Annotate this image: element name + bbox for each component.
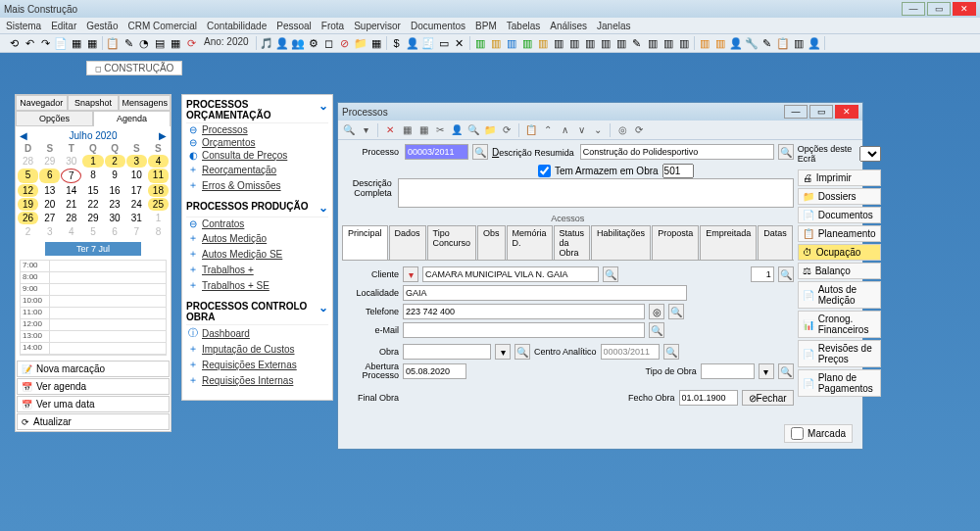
dtab-2[interactable]: Tipo Concurso [427, 225, 477, 260]
side-opt[interactable]: 📄Documentos [798, 207, 881, 223]
folder-icon[interactable]: 📁 [483, 123, 497, 137]
win-min-button[interactable]: — [784, 105, 808, 119]
cut-icon[interactable]: ✂ [433, 123, 447, 137]
proc-search-button[interactable]: 🔍 [472, 144, 488, 160]
breadcrumb[interactable]: ◻ CONSTRUÇÃO [86, 61, 182, 75]
user1-icon[interactable]: 👤 [275, 36, 289, 50]
g8-icon[interactable]: ▥ [583, 36, 597, 50]
obra-dd[interactable]: ▾ [495, 344, 511, 360]
gear-icon[interactable]: ⚙ [307, 36, 320, 50]
tab-navegador[interactable]: Navegador [16, 95, 68, 111]
o2-icon[interactable]: ▥ [713, 36, 727, 50]
grid-icon[interactable]: ▦ [70, 36, 83, 50]
desc-completa-input[interactable] [398, 178, 794, 208]
folder-icon[interactable]: 📁 [354, 36, 368, 50]
g14-icon[interactable]: ▥ [677, 36, 691, 50]
menu-análises[interactable]: Análises [550, 21, 587, 31]
time-row[interactable]: 9:00 [21, 284, 166, 296]
time-row[interactable]: 7:00 [21, 261, 166, 272]
telefone-input[interactable] [403, 304, 645, 319]
centro-input[interactable] [601, 344, 660, 360]
back-icon[interactable]: ↶ [23, 36, 36, 50]
p2-icon[interactable]: 🧾 [421, 36, 435, 50]
user-icon[interactable]: 👤 [450, 123, 464, 137]
o7-icon[interactable]: ▥ [792, 36, 806, 50]
side-opt[interactable]: ⚖Balanço [798, 263, 881, 279]
dn2-icon[interactable]: ⌄ [591, 123, 605, 137]
tree-item[interactable]: ⊖Orçamentos [186, 136, 328, 149]
cliente-input[interactable] [422, 266, 599, 282]
time-row[interactable]: 13:00 [21, 331, 166, 343]
p1-icon[interactable]: 👤 [406, 36, 419, 50]
menu-crm comercial[interactable]: CRM Comercial [128, 21, 198, 31]
maximize-button[interactable]: ▭ [927, 2, 951, 16]
subtab-opções[interactable]: Opções [16, 111, 93, 126]
grid1-icon[interactable]: ▦ [400, 123, 414, 137]
g5-icon[interactable]: ▥ [536, 36, 550, 50]
cal-prev[interactable]: ◀ [20, 130, 27, 141]
p4-icon[interactable]: ✕ [453, 36, 466, 50]
side-opt[interactable]: 📄Revisões de Preços [798, 340, 881, 367]
fechar-button[interactable]: ⊘ Fechar [742, 390, 794, 406]
tree-item[interactable]: ◐Consulta de Preços [186, 149, 328, 162]
cal-next[interactable]: ▶ [159, 130, 167, 141]
dtab-1[interactable]: Dados [389, 225, 426, 260]
up2-icon[interactable]: ∧ [558, 123, 571, 137]
g4-icon[interactable]: ▥ [520, 36, 534, 50]
desc-resumida-input[interactable] [580, 144, 774, 160]
fecho-input[interactable] [679, 390, 738, 406]
edit-icon[interactable]: ✎ [122, 36, 135, 50]
time-row[interactable]: 14:00 [21, 343, 166, 355]
g3-icon[interactable]: ▥ [505, 36, 518, 50]
nova-marcacao-button[interactable]: 📝 Nova marcação [17, 361, 170, 377]
processo-input[interactable] [405, 144, 468, 160]
tel-copy-button[interactable]: ◎ [649, 304, 664, 319]
del-icon[interactable]: ⊘ [338, 36, 352, 50]
time-row[interactable]: 12:00 [21, 319, 166, 331]
side-opt[interactable]: 📄Plano de Pagamentos [798, 369, 881, 397]
cal-icon[interactable]: ▦ [169, 36, 182, 50]
cliente-search-button[interactable]: 🔍 [603, 266, 618, 282]
chevron-down-icon[interactable]: ⌄ [318, 99, 328, 121]
menu-tabelas[interactable]: Tabelas [507, 21, 540, 31]
menu-janelas[interactable]: Janelas [597, 21, 630, 31]
tel-search-button[interactable]: 🔍 [668, 304, 684, 319]
g13-icon[interactable]: ▥ [662, 36, 675, 50]
dtab-5[interactable]: Status da Obra [554, 225, 591, 260]
g1-icon[interactable]: ▥ [473, 36, 487, 50]
side-opt[interactable]: 📁Dossiers [798, 188, 881, 205]
email-input[interactable] [403, 322, 645, 338]
calc-icon[interactable]: ▦ [369, 36, 383, 50]
localidade-input[interactable] [403, 285, 687, 301]
doc-icon[interactable]: 📋 [106, 36, 120, 50]
tree-item[interactable]: ⊖Contratos [186, 217, 328, 230]
tree-item[interactable]: ⓘDashboard [186, 325, 328, 341]
tree-item[interactable]: ＋Trabalhos + SE [186, 277, 328, 293]
tree-item[interactable]: ＋Reorçamentação [186, 162, 328, 177]
tree-item[interactable]: ＋Requisições Internas [186, 372, 328, 388]
side-opt[interactable]: 📄Autos de Medição [798, 281, 881, 309]
menu-documentos[interactable]: Documentos [411, 21, 466, 31]
menu-supervisor[interactable]: Supervisor [354, 21, 401, 31]
g2-icon[interactable]: ▥ [489, 36, 503, 50]
close-button[interactable]: ✕ [953, 2, 976, 16]
o4-icon[interactable]: 🔧 [745, 36, 759, 50]
dtab-3[interactable]: Obs [477, 225, 506, 260]
chevron-down-icon[interactable]: ⌄ [318, 201, 328, 215]
atualizar-button[interactable]: ⟳ Atualizar [17, 413, 170, 430]
menu-bpm[interactable]: BPM [475, 21, 497, 31]
search-icon[interactable]: 🔍 [342, 123, 356, 137]
armazem-input[interactable] [662, 164, 694, 178]
cliente-pick-button[interactable]: ▾ [403, 266, 418, 282]
abertura-input[interactable] [403, 363, 466, 379]
obra-search[interactable]: 🔍 [514, 344, 530, 360]
money-icon[interactable]: $ [390, 36, 404, 50]
dn1-icon[interactable]: ∨ [574, 123, 588, 137]
obra-input[interactable] [403, 344, 491, 360]
sync-icon[interactable]: ⟳ [184, 36, 198, 50]
side-opt[interactable]: ⏱Ocupação [798, 244, 881, 261]
find-icon[interactable]: 🔍 [466, 123, 480, 137]
g6-icon[interactable]: ▥ [552, 36, 565, 50]
copy2-icon[interactable]: 📋 [524, 123, 538, 137]
side-opt[interactable]: 📋Planeamento [798, 225, 881, 242]
